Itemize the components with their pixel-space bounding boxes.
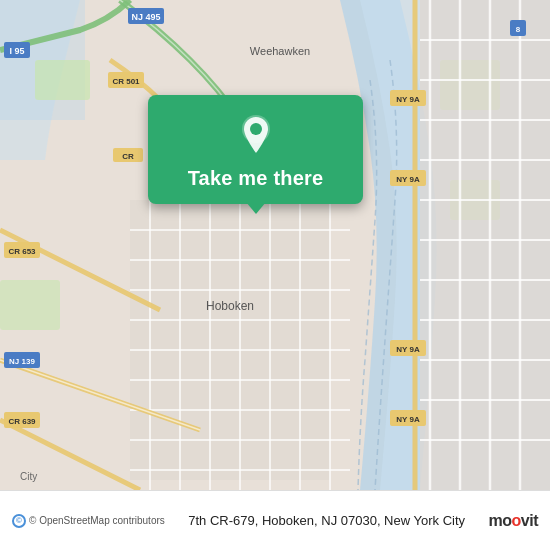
svg-text:CR: CR <box>122 152 134 161</box>
osm-icon: © <box>12 514 26 528</box>
svg-text:CR 639: CR 639 <box>8 417 36 426</box>
svg-text:I 95: I 95 <box>9 46 24 56</box>
main-container: I 95 NJ 495 CR 501 CR 653 NJ 139 CR 639 … <box>0 0 550 550</box>
svg-text:NJ 139: NJ 139 <box>9 357 35 366</box>
moovit-logo: moovit <box>489 512 538 530</box>
svg-text:NY 9A: NY 9A <box>396 415 420 424</box>
map-area[interactable]: I 95 NJ 495 CR 501 CR 653 NJ 139 CR 639 … <box>0 0 550 490</box>
svg-text:8: 8 <box>516 25 521 34</box>
take-me-there-button[interactable]: Take me there <box>188 167 324 190</box>
location-pin-icon <box>234 113 278 157</box>
svg-text:CR 501: CR 501 <box>112 77 140 86</box>
svg-rect-3 <box>0 280 60 330</box>
popup-card: Take me there <box>148 95 363 204</box>
svg-text:CR 653: CR 653 <box>8 247 36 256</box>
bottom-bar: © © OpenStreetMap contributors 7th CR-67… <box>0 490 550 550</box>
svg-text:Hoboken: Hoboken <box>206 299 254 313</box>
svg-text:NY 9A: NY 9A <box>396 175 420 184</box>
osm-text: © OpenStreetMap contributors <box>29 515 165 526</box>
svg-text:City: City <box>20 471 37 482</box>
svg-rect-2 <box>35 60 90 100</box>
svg-rect-6 <box>420 0 550 490</box>
svg-text:Weehawken: Weehawken <box>250 45 310 57</box>
svg-point-72 <box>250 123 262 135</box>
svg-text:NY 9A: NY 9A <box>396 345 420 354</box>
svg-text:NJ 495: NJ 495 <box>131 12 160 22</box>
address-text: 7th CR-679, Hoboken, NJ 07030, New York … <box>173 513 481 528</box>
osm-attribution: © © OpenStreetMap contributors <box>12 514 165 528</box>
svg-text:NY 9A: NY 9A <box>396 95 420 104</box>
